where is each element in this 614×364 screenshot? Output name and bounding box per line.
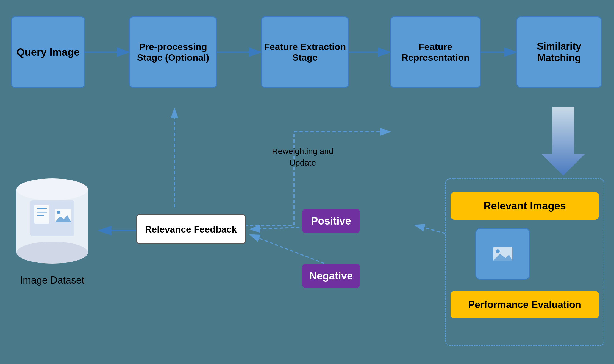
similarity-matching-box: Similarity Matching: [516, 16, 602, 88]
negative-box: Negative: [302, 264, 360, 288]
feature-representation-box: Feature Representation: [390, 16, 481, 88]
relevant-images-box: Relevant Images: [451, 192, 599, 220]
relevance-feedback-box: Relevance Feedback: [136, 214, 246, 244]
svg-rect-23: [34, 205, 49, 224]
feature-extraction-box: Feature Extraction Stage: [261, 16, 349, 88]
svg-point-20: [16, 242, 88, 264]
positive-box: Positive: [302, 209, 360, 233]
image-dataset-label: Image Dataset: [16, 275, 88, 286]
svg-marker-10: [541, 107, 585, 176]
svg-point-28: [57, 211, 60, 214]
reweighting-label: Reweighting andUpdate: [272, 145, 334, 169]
image-dataset-cylinder: [14, 173, 91, 270]
svg-point-21: [16, 178, 88, 200]
query-image-box: Query Image: [11, 16, 85, 88]
svg-line-14: [415, 225, 445, 233]
image-thumbnail-box: [475, 228, 530, 280]
performance-evaluation-box: Performance Evaluation: [451, 291, 599, 318]
preprocessing-box: Pre-processing Stage (Optional): [129, 16, 217, 88]
diagram-container: Query Image Pre-processing Stage (Option…: [0, 0, 614, 364]
svg-point-17: [496, 249, 500, 253]
